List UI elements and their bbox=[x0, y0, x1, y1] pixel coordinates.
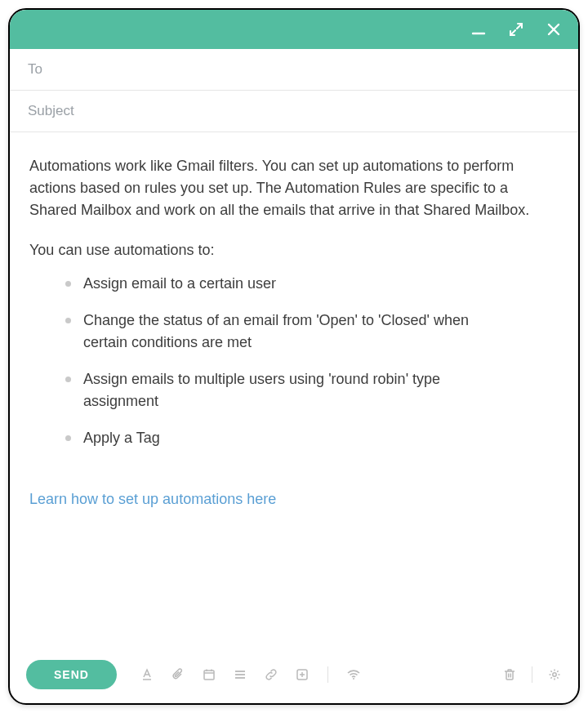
to-input[interactable] bbox=[26, 60, 562, 78]
signal-icon[interactable] bbox=[346, 667, 361, 682]
attachment-icon[interactable] bbox=[171, 667, 185, 682]
body-bullets: Assign email to a certain user Change th… bbox=[29, 273, 559, 449]
toolbar-separator bbox=[532, 666, 532, 683]
body-intro: Automations work like Gmail filters. You… bbox=[29, 155, 559, 221]
list-item: Apply a Tag bbox=[65, 427, 559, 449]
trash-icon[interactable] bbox=[502, 667, 517, 682]
footer-right bbox=[502, 666, 562, 683]
footer: SEND bbox=[10, 646, 578, 703]
settings-gear-icon[interactable] bbox=[547, 667, 562, 682]
list-item: Assign emails to multiple users using 'r… bbox=[65, 368, 559, 412]
message-body[interactable]: Automations work like Gmail filters. You… bbox=[10, 132, 578, 646]
to-field-row bbox=[10, 49, 578, 91]
svg-point-17 bbox=[353, 678, 354, 680]
insert-plus-icon[interactable] bbox=[295, 667, 310, 682]
titlebar bbox=[10, 10, 578, 49]
list-format-icon[interactable] bbox=[233, 667, 247, 682]
expand-button[interactable] bbox=[506, 20, 526, 39]
compose-window: Automations work like Gmail filters. You… bbox=[8, 8, 580, 705]
calendar-icon[interactable] bbox=[202, 667, 216, 682]
subject-input[interactable] bbox=[26, 102, 562, 120]
minimize-button[interactable] bbox=[469, 20, 488, 39]
send-button[interactable]: SEND bbox=[26, 660, 117, 689]
subject-field-row bbox=[10, 91, 578, 132]
close-button[interactable] bbox=[544, 20, 564, 39]
formatting-toolbar bbox=[140, 666, 361, 683]
body-lead: You can use automations to: bbox=[29, 239, 559, 261]
link-icon[interactable] bbox=[264, 667, 278, 682]
toolbar-separator bbox=[327, 666, 328, 683]
learn-more-link[interactable]: Learn how to set up automations here bbox=[29, 488, 276, 510]
list-item: Change the status of an email from 'Open… bbox=[65, 310, 559, 354]
text-format-icon[interactable] bbox=[140, 667, 154, 682]
svg-point-20 bbox=[553, 673, 556, 676]
list-item: Assign email to a certain user bbox=[65, 273, 559, 295]
svg-rect-7 bbox=[204, 671, 214, 680]
